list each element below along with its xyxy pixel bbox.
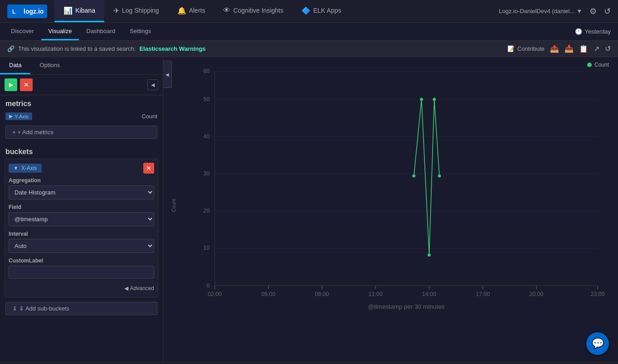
- add-sub-label: ⇓ Add sub-buckets: [19, 305, 69, 312]
- metric-label-row: ▶ Y-Axis: [5, 112, 32, 120]
- x-axis-tag[interactable]: ▼ X-Axis: [9, 164, 42, 173]
- panel-controls: ▶ ✕ ◀: [0, 75, 163, 95]
- discard-button[interactable]: ✕: [20, 78, 33, 91]
- svg-text:60: 60: [204, 68, 210, 74]
- metrics-section-header: metrics: [0, 95, 163, 111]
- bottom-bar: ▲: [0, 362, 618, 364]
- play-icon: ▶: [9, 82, 13, 88]
- tab-data-label: Data: [9, 62, 21, 68]
- y-axis-label: Y-Axis: [15, 114, 29, 119]
- tab-options[interactable]: Options: [30, 57, 69, 74]
- collapse-panel-button[interactable]: ◀: [147, 79, 158, 90]
- nav-settings-label: Settings: [130, 28, 151, 34]
- x-axis-arrow-icon: ▼: [13, 165, 19, 171]
- log-shipping-icon: ✈: [113, 6, 119, 15]
- elk-apps-icon: 🔷: [302, 6, 311, 15]
- collapse-icon: ◀: [151, 82, 155, 88]
- nav-dashboard[interactable]: Dashboard: [79, 23, 122, 40]
- svg-text:02:00: 02:00: [208, 291, 222, 297]
- x-axis-delete-button[interactable]: ✕: [143, 163, 154, 174]
- chat-bubble[interactable]: 💬: [586, 332, 609, 355]
- svg-text:11:00: 11:00: [369, 291, 383, 297]
- main-content: Data Options ▶ ✕ ◀ metrics ▶: [0, 57, 618, 362]
- saved-search-link[interactable]: Elasticsearch Warnings: [139, 45, 205, 52]
- svg-text:23:00: 23:00: [591, 291, 605, 297]
- logo-icon: L: [11, 6, 21, 16]
- chat-icon: 💬: [592, 338, 604, 349]
- svg-text:08:00: 08:00: [315, 291, 329, 297]
- settings-icon[interactable]: ⚙: [589, 6, 597, 16]
- account-selector[interactable]: Logz.io-DanielDev4 (daniel... ▼: [499, 8, 582, 15]
- add-sub-icon: ⇓: [12, 305, 17, 312]
- nav-item-elk-apps-label: ELK Apps: [313, 7, 341, 14]
- nav-item-alerts[interactable]: 🔔 Alerts: [168, 0, 214, 22]
- nav-items: 📊 Kibana ✈ Log Shipping 🔔 Alerts 👁 Cogni…: [54, 0, 350, 22]
- metrics-y-axis-row: ▶ Y-Axis Count: [0, 111, 163, 124]
- field-select[interactable]: @timestamp: [9, 212, 154, 226]
- svg-text:40: 40: [204, 133, 210, 140]
- logo-text: logz.io: [24, 8, 44, 15]
- custom-label-input[interactable]: [9, 266, 154, 279]
- close-icon: ✕: [24, 81, 29, 88]
- metrics-title: metrics: [5, 100, 31, 107]
- data-point: [420, 98, 423, 101]
- link-icon: 🔗: [7, 45, 15, 52]
- refresh-icon[interactable]: ↺: [604, 6, 611, 16]
- cognitive-insights-icon: 👁: [223, 6, 230, 15]
- x-axis-label: X-Axis: [21, 165, 37, 171]
- svg-text:10: 10: [204, 245, 210, 251]
- chart-area: ◀ Count Count 0 10: [163, 57, 618, 362]
- svg-text:50: 50: [204, 96, 210, 102]
- aggregation-select[interactable]: Date Histogram: [9, 185, 154, 199]
- nav-item-log-shipping-label: Log Shipping: [122, 7, 159, 14]
- share-icon[interactable]: 📋: [579, 44, 588, 53]
- nav-item-kibana-label: Kibana: [75, 7, 95, 14]
- time-selector[interactable]: 🕐 Yesterday: [575, 28, 611, 35]
- add-metrics-label: + Add metrics: [18, 129, 54, 136]
- advanced-icon: ◀: [124, 285, 128, 291]
- field-label: Field: [9, 204, 154, 210]
- nav-item-elk-apps[interactable]: 🔷 ELK Apps: [292, 0, 350, 22]
- add-sub-buckets-button[interactable]: ⇓ ⇓ Add sub-buckets: [5, 302, 157, 315]
- field-group: Field @timestamp: [9, 204, 154, 226]
- x-axis-delete-icon: ✕: [146, 165, 151, 172]
- advanced-link[interactable]: ◀ Advanced: [9, 283, 154, 293]
- chart-svg: 0 10 20 30 40 50 60 02:00 05:00 08:0: [188, 66, 609, 321]
- add-metrics-button[interactable]: + + Add metrics: [5, 126, 157, 139]
- custom-label-label: CustomLabel: [9, 257, 154, 264]
- svg-text:30: 30: [204, 170, 210, 177]
- interval-label: Interval: [9, 231, 154, 237]
- interval-select[interactable]: Auto: [9, 239, 154, 253]
- custom-label-group: CustomLabel: [9, 257, 154, 279]
- refresh-chart-icon[interactable]: ↺: [605, 44, 611, 53]
- contribute-button[interactable]: 📝 Contribute: [507, 45, 545, 52]
- interval-group: Interval Auto: [9, 231, 154, 253]
- nav-right: Logz.io-DanielDev4 (daniel... ▼ ⚙ ↺: [499, 6, 618, 16]
- nav-discover[interactable]: Discover: [4, 23, 41, 40]
- export-icon[interactable]: 📤: [550, 44, 559, 53]
- nav-item-log-shipping[interactable]: ✈ Log Shipping: [104, 0, 168, 22]
- time-label: Yesterday: [585, 28, 611, 35]
- tab-options-label: Options: [39, 62, 60, 68]
- contribute-label: Contribute: [517, 45, 545, 52]
- logo-box[interactable]: L logz.io: [7, 5, 47, 18]
- tab-data[interactable]: Data: [0, 57, 30, 74]
- y-axis-value: Count: [141, 113, 157, 120]
- left-panel: Data Options ▶ ✕ ◀ metrics ▶: [0, 57, 163, 362]
- nav-item-kibana[interactable]: 📊 Kibana: [54, 0, 104, 22]
- aggregation-group: Aggregation Date Histogram: [9, 177, 154, 199]
- download-icon[interactable]: 📥: [564, 44, 574, 53]
- svg-text:20:00: 20:00: [530, 291, 544, 297]
- play-button[interactable]: ▶: [5, 78, 17, 91]
- y-axis-tag[interactable]: ▶ Y-Axis: [5, 112, 32, 120]
- banner-text: This visualization is linked to a saved …: [18, 45, 136, 52]
- nav-visualize[interactable]: Visualize: [41, 23, 79, 40]
- info-banner-left: 🔗 This visualization is linked to a save…: [7, 45, 206, 52]
- nav-settings[interactable]: Settings: [122, 23, 158, 40]
- advanced-label: Advanced: [130, 285, 154, 291]
- account-chevron-icon: ▼: [576, 8, 582, 15]
- nav-item-cognitive-insights[interactable]: 👁 Cognitive Insights: [214, 0, 292, 22]
- svg-text:0: 0: [206, 282, 209, 289]
- add-metrics-plus-icon: +: [12, 129, 16, 136]
- external-link-icon[interactable]: ↗: [594, 44, 599, 53]
